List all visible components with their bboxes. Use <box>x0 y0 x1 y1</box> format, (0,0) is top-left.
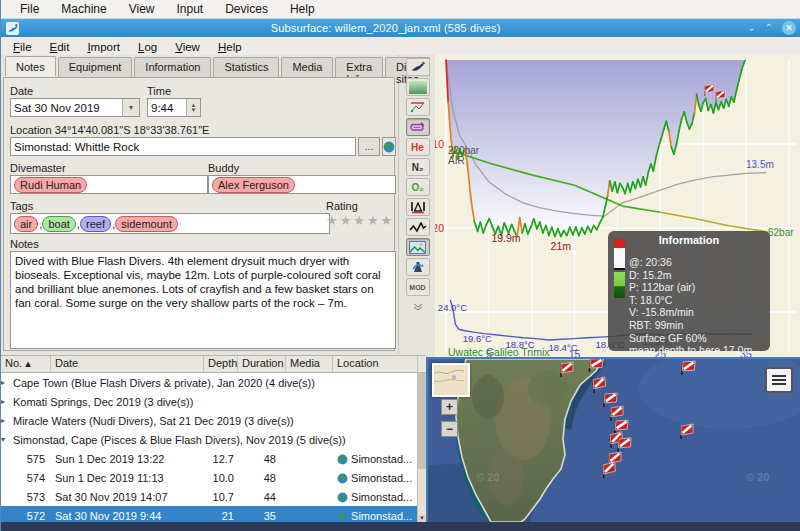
ceiling-gradient-icon[interactable] <box>406 78 430 96</box>
info-row: V: -15.8m/min <box>629 306 752 319</box>
dive-list-header[interactable]: No. ▴DateDepthDurationMediaLocation <box>1 356 426 373</box>
close-button[interactable]: ✕ <box>782 21 796 35</box>
expander-triangle-icon[interactable]: ▸ <box>1 378 13 387</box>
tissues-icon[interactable] <box>406 198 430 216</box>
column-header-depth[interactable]: Depth <box>204 356 238 372</box>
spinner-arrows-icon[interactable]: ▲▼ <box>186 99 200 116</box>
column-header-date[interactable]: Date <box>51 356 204 372</box>
trip-row[interactable]: ▾Simonstad, Cape (Pisces & Blue Flash Di… <box>1 430 426 449</box>
scrollbar-thumb[interactable] <box>418 373 426 469</box>
dive-row[interactable]: 575Sun 1 Dec 2019 13:2212.748 Simonstad.… <box>1 449 426 468</box>
tab-media[interactable]: Media <box>281 57 333 77</box>
nitrogen-graph-button[interactable]: N₂ <box>406 158 430 176</box>
column-header-duration[interactable]: Duration <box>238 356 286 372</box>
svg-text:AIR: AIR <box>448 155 465 166</box>
menu-import[interactable]: Import <box>78 41 129 53</box>
menu-file[interactable]: File <box>4 41 41 53</box>
svg-text:10: 10 <box>435 138 444 150</box>
app-menubar: FileEditImportLogViewHelp <box>1 37 800 57</box>
globe-icon <box>337 454 348 465</box>
tag-sidemount[interactable]: sidemount <box>115 216 178 232</box>
profile-toolbar: HeN₂O₂MOD <box>400 56 435 360</box>
dive-site-map[interactable]: © 20© 20 + − <box>426 357 800 522</box>
column-header-media[interactable]: Media <box>286 356 333 372</box>
tag-air[interactable]: air <box>14 216 38 232</box>
tab-information[interactable]: Information <box>134 57 211 77</box>
tag-reef[interactable]: reef <box>80 216 111 232</box>
heartrate-icon[interactable] <box>406 218 430 236</box>
trip-label: Cape Town (Blue Flash Divers & private),… <box>13 377 315 389</box>
maximize-button[interactable]: ⌃ <box>765 23 773 33</box>
vm-menu-machine[interactable]: Machine <box>50 2 117 16</box>
expander-triangle-icon[interactable]: ▾ <box>1 435 13 444</box>
window-titlebar[interactable]: Subsurface: willem_2020_jan.xml (585 div… <box>1 19 800 37</box>
divemaster-input[interactable]: Rudi Human <box>10 175 208 194</box>
svg-text:© 20: © 20 <box>476 471 499 483</box>
ruler-icon[interactable] <box>406 98 430 116</box>
map-zoom-in-button[interactable]: + <box>441 399 458 415</box>
dive-list-scrollbar[interactable]: ▼ <box>417 373 426 523</box>
vm-menu-help[interactable]: Help <box>279 2 326 16</box>
date-combobox[interactable]: Sat 30 Nov 2019 ▼ <box>10 98 140 117</box>
dc-ceiling-icon[interactable] <box>406 118 430 136</box>
profile-info-box: Information @: 20:36D: 15.2mP: 112bar (a… <box>608 231 770 351</box>
minimize-button[interactable]: ⌄ <box>747 23 755 33</box>
map-canvas[interactable]: © 20© 20 <box>428 359 800 522</box>
tab-statistics[interactable]: Statistics <box>213 57 279 77</box>
column-header-location[interactable]: Location <box>333 356 418 372</box>
vm-menu-file[interactable]: File <box>9 2 50 16</box>
info-row: Surface GF 60% <box>629 332 752 345</box>
dive-row[interactable]: 573Sat 30 Nov 2019 14:0710.744 Simonstad… <box>1 487 426 506</box>
svg-text:20: 20 <box>435 222 444 234</box>
menu-log[interactable]: Log <box>129 41 166 53</box>
menu-edit[interactable]: Edit <box>41 41 79 53</box>
helium-graph-button[interactable]: He <box>406 138 430 156</box>
dive-profile-panel: HeN₂O₂MOD 24.0°C19.6°C18.8°C18.4°C18.8°C… <box>399 55 800 360</box>
photos-icon[interactable] <box>406 238 430 256</box>
window-bottom-edge <box>1 522 800 531</box>
vm-menu-devices[interactable]: Devices <box>214 2 279 16</box>
bottle-refresh-icon[interactable] <box>406 258 430 276</box>
rating-stars[interactable]: ★★★★★ <box>326 213 394 228</box>
vm-menu-view[interactable]: View <box>118 2 166 16</box>
expander-triangle-icon[interactable]: ▸ <box>1 416 13 425</box>
tag-boat[interactable]: boat <box>42 216 75 232</box>
trip-row[interactable]: ▸Cape Town (Blue Flash Divers & private)… <box>1 373 426 392</box>
tab-equipment[interactable]: Equipment <box>58 57 133 77</box>
vm-menu-input[interactable]: Input <box>166 2 215 16</box>
trip-row[interactable]: ▸Miracle Waters (Nudi Divers), Sat 21 De… <box>1 411 426 430</box>
oxygen-graph-button[interactable]: O₂ <box>406 178 430 196</box>
chevron-down-icon[interactable]: ▼ <box>122 99 139 116</box>
location-more-button[interactable]: ... <box>358 137 380 156</box>
rating-label: Rating <box>326 200 358 212</box>
collapse-chevrons-icon[interactable] <box>406 298 430 316</box>
buddy-input[interactable]: Alex Ferguson <box>208 175 396 194</box>
location-cell: Simonstad... <box>333 491 418 503</box>
info-row: mean depth to here 17.0m <box>629 344 752 357</box>
globe-button[interactable] <box>382 137 396 156</box>
menu-view[interactable]: View <box>166 41 209 53</box>
diver-icon[interactable] <box>406 58 430 76</box>
menu-help[interactable]: Help <box>209 41 251 53</box>
tab-extra-info[interactable]: Extra Info <box>335 57 383 77</box>
location-cell: Simonstad... <box>333 510 418 522</box>
notes-textarea[interactable]: Dived with Blue Flash Divers. 4th elemen… <box>10 251 396 349</box>
location-coordinates-label: Location 34°14'40.081"S 18°33'38.761"E <box>10 124 209 136</box>
dive-row[interactable]: 572Sat 30 Nov 2019 9:442135 Simonstad... <box>1 506 426 523</box>
time-spinbox[interactable]: 9:44 ▲▼ <box>147 98 201 117</box>
buddy-label: Buddy <box>208 162 239 174</box>
column-header-no[interactable]: No. ▴ <box>1 356 51 372</box>
divemaster-tag: Rudi Human <box>14 177 87 193</box>
tags-input[interactable]: air, boat, reef, sidemount <box>10 213 330 234</box>
expander-triangle-icon[interactable]: ▸ <box>1 397 13 406</box>
globe-icon <box>337 492 348 503</box>
info-row: D: 15.2m <box>629 269 752 282</box>
location-input[interactable]: Simonstad: Whittle Rock <box>10 137 356 156</box>
map-overview-inset[interactable] <box>432 363 470 397</box>
map-menu-button[interactable] <box>765 367 793 393</box>
trip-row[interactable]: ▸Komati Springs, Dec 2019 (3 dive(s)) <box>1 392 426 411</box>
map-zoom-out-button[interactable]: − <box>441 421 458 437</box>
dive-row[interactable]: 574Sun 1 Dec 2019 11:1310.048 Simonstad.… <box>1 468 426 487</box>
tab-notes[interactable]: Notes <box>5 56 56 76</box>
mod-button[interactable]: MOD <box>406 278 430 296</box>
